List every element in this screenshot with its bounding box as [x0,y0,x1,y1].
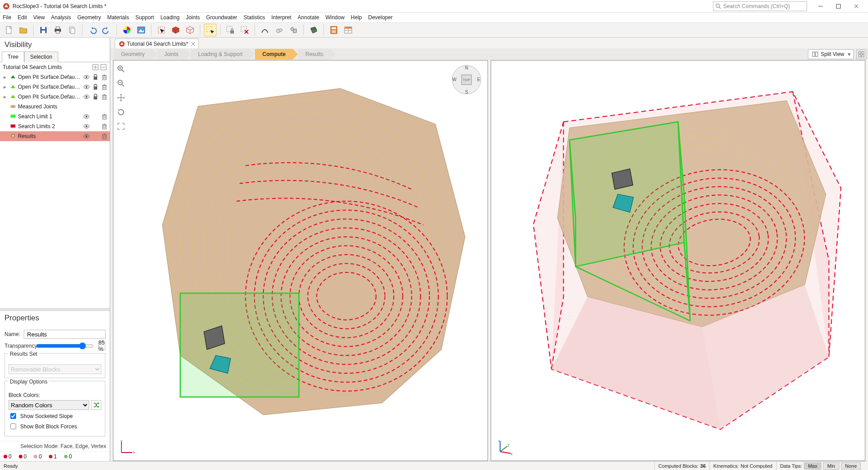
menu-materials[interactable]: Materials [107,13,129,22]
wf-tab-results[interactable]: Results [298,49,330,60]
expander-icon[interactable]: ▸ [4,94,8,100]
document-tab[interactable]: Tutorial 04 Search Limits* [115,39,199,48]
visibility-toggle-icon[interactable] [83,93,90,100]
table-button[interactable] [342,24,354,36]
menu-interpret[interactable]: Interpret [271,13,291,22]
results-set-select[interactable]: Removable Blocks [9,364,101,374]
viewport-left[interactable]: TOP N S E W [113,60,488,461]
menu-file[interactable]: File [3,13,11,22]
lock-icon[interactable] [92,73,99,81]
visibility-toggle-icon[interactable] [83,123,90,130]
new-file-button[interactable] [3,24,15,36]
tree-item[interactable]: Measured Joints [0,102,110,112]
shuffle-colors-button[interactable] [91,400,101,410]
arc-button[interactable] [259,24,271,36]
expander-icon[interactable]: ▸ [4,74,8,80]
tree-item[interactable]: Search Limits 2 [0,121,110,131]
search-commands-input[interactable]: Search Commands (Ctrl+Q) [713,1,807,11]
transparency-slider[interactable] [36,342,94,349]
tree-item[interactable]: ▸Open Pit Surface.Default.Mesh_ext [0,92,110,102]
visibility-tab-tree[interactable]: Tree [2,52,24,62]
undo-button[interactable] [86,24,99,36]
menu-annotate[interactable]: Annotate [298,13,319,22]
menu-joints[interactable]: Joints [186,13,200,22]
window-minimize-button[interactable] [812,0,829,13]
window-maximize-button[interactable] [829,0,847,13]
menu-view[interactable]: View [33,13,45,22]
data-tips-max[interactable]: Max [804,462,821,470]
color-wheel-button[interactable] [121,24,133,36]
print-button[interactable] [52,24,64,36]
delete-icon[interactable] [101,73,108,81]
collapse-all-icon[interactable] [100,64,107,71]
menu-window[interactable]: Window [325,13,345,22]
delete-icon[interactable] [101,133,108,140]
cloud-button[interactable] [273,24,285,36]
delete-icon[interactable] [101,83,108,91]
viewport-settings-button[interactable] [856,49,866,59]
lock-icon[interactable] [92,83,99,91]
visibility-toggle-icon[interactable] [83,83,90,91]
menu-support[interactable]: Support [135,13,154,22]
data-tips-none[interactable]: None [841,462,861,470]
joint-set-button[interactable] [307,24,320,36]
prop-name-input[interactable] [24,330,106,339]
wf-tab-joints[interactable]: Joints [157,49,186,60]
lock-icon[interactable] [92,93,99,100]
menu-edit[interactable]: Edit [17,13,27,22]
polys-button[interactable] [287,24,300,36]
fit-button[interactable] [115,121,127,132]
delete-icon[interactable] [101,93,108,100]
visibility-toggle-icon[interactable] [83,113,90,120]
menu-groundwater[interactable]: Groundwater [206,13,237,22]
open-button[interactable] [17,24,30,36]
cube-solid-button[interactable] [169,24,182,36]
copy-button[interactable] [66,24,78,36]
show-bolt-checkbox[interactable] [10,423,16,429]
image-button[interactable] [135,24,147,36]
menu-analysis[interactable]: Analysis [51,13,71,22]
cube-wire-button[interactable] [184,24,196,36]
show-bolt-checkbox-row[interactable]: Show Bolt Block Forces [9,422,101,431]
view-mode-dropdown[interactable]: Split View [808,49,854,59]
rotate-button[interactable] [115,106,127,118]
expander-icon[interactable]: ▸ [4,84,8,90]
data-tips-min[interactable]: Min [823,462,839,470]
transparency-spin[interactable]: 85 % [98,341,105,350]
viewport-right[interactable]: xzy [491,60,866,461]
visibility-toggle-icon[interactable] [83,133,90,140]
save-button[interactable] [37,24,50,36]
tree-item[interactable]: ▸Open Pit Surface.Default.Mesh_ext [0,82,110,92]
counter-icon [19,455,22,458]
expand-all-icon[interactable] [92,64,99,71]
wf-tab-compute[interactable]: Compute [255,49,293,60]
menu-statistics[interactable]: Statistics [243,13,265,22]
doc-tab-close-button[interactable] [190,41,196,47]
zoom-out-button[interactable] [115,78,127,89]
select-arrow-button[interactable] [155,24,168,36]
window-close-button[interactable] [847,0,865,13]
delete-icon[interactable] [101,113,108,120]
tree-item[interactable]: ▸Open Pit Surface.Default.Mesh_ext [0,72,110,82]
calc-button[interactable] [328,24,340,36]
menu-loading[interactable]: Loading [160,13,180,22]
pan-button[interactable] [115,92,127,103]
wf-tab-loading[interactable]: Loading & Support [191,49,250,60]
delete-icon[interactable] [101,123,108,130]
zoom-in-button[interactable] [115,63,127,75]
menu-geometry[interactable]: Geometry [78,13,101,22]
tree-item[interactable]: Results [0,131,110,141]
show-socketed-checkbox[interactable] [10,413,16,419]
menu-help[interactable]: Help [351,13,362,22]
box-select-button[interactable] [204,24,216,36]
wf-tab-geometry[interactable]: Geometry [114,49,152,60]
block-colors-select[interactable]: Random Colors [9,400,89,410]
redo-button[interactable] [100,24,113,36]
lock-selection-button[interactable] [224,24,237,36]
visibility-tab-selection[interactable]: Selection [24,52,58,62]
clear-selection-button[interactable] [238,24,251,36]
tree-item[interactable]: Search Limit 1 [0,112,110,121]
show-socketed-checkbox-row[interactable]: Show Socketed Slope [9,412,101,420]
visibility-toggle-icon[interactable] [83,73,90,81]
menu-developer[interactable]: Developer [368,13,393,22]
